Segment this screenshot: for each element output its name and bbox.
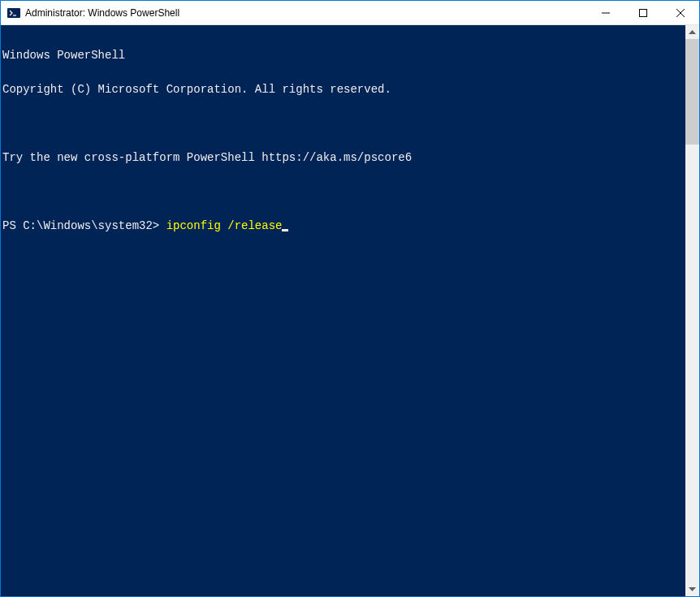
terminal-output-line: Copyright (C) Microsoft Corporation. All… [2,84,685,95]
maximize-button[interactable] [624,1,662,24]
terminal-output-line: Try the new cross-platform PowerShell ht… [2,152,685,163]
prompt-text: PS C:\Windows\system32> [2,219,166,232]
terminal[interactable]: Windows PowerShell Copyright (C) Microso… [1,25,685,596]
terminal-output-line [2,118,685,129]
minimize-button[interactable] [587,1,624,24]
svg-rect-3 [640,9,647,16]
terminal-prompt-line: PS C:\Windows\system32> ipconfig /releas… [2,220,685,231]
window-controls [587,1,699,24]
window-title: Administrator: Windows PowerShell [25,7,587,19]
terminal-output-line: Windows PowerShell [2,50,685,61]
close-button[interactable] [662,1,699,24]
command-text: ipconfig /release [166,219,283,232]
terminal-output-line [2,186,685,197]
terminal-container: Windows PowerShell Copyright (C) Microso… [1,25,699,596]
scroll-up-button[interactable] [685,25,699,39]
powershell-icon [7,6,20,19]
titlebar[interactable]: Administrator: Windows PowerShell [1,1,699,25]
scroll-track[interactable] [685,39,699,582]
cursor [282,229,288,231]
powershell-window: Administrator: Windows PowerShell [0,0,700,597]
scroll-down-button[interactable] [685,582,699,596]
vertical-scrollbar[interactable] [685,25,699,596]
svg-rect-0 [7,8,20,18]
scroll-thumb[interactable] [685,39,699,145]
